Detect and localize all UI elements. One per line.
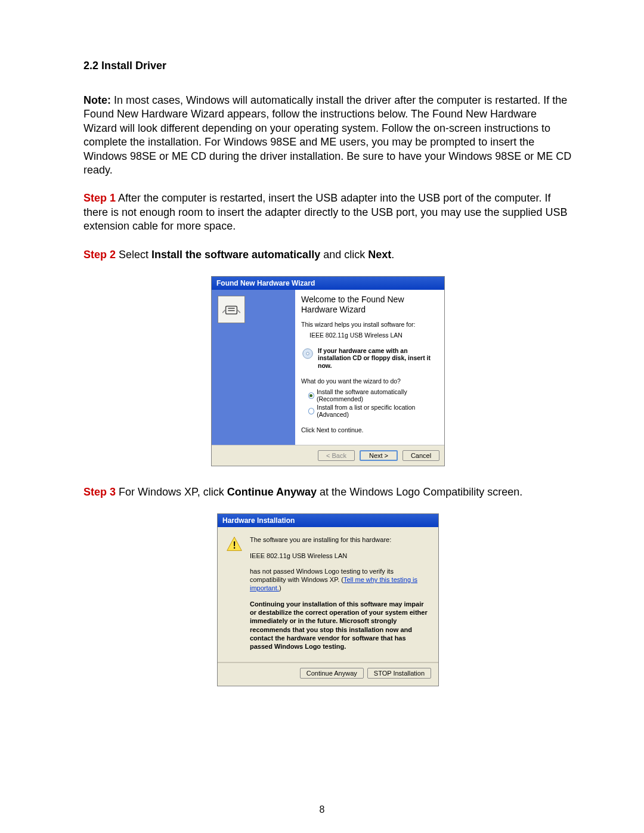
step2-pre: Select [116, 249, 151, 261]
wizard-welcome-heading: Welcome to the Found New Hardware Wizard [301, 295, 438, 315]
svg-rect-0 [226, 306, 237, 314]
radio-label: Install from a list or specific location… [317, 404, 438, 418]
dialog-titlebar: Found New Hardware Wizard [212, 277, 444, 290]
wizard-helps-line: This wizard helps you install software f… [301, 321, 438, 328]
step2-label: Step 2 [83, 249, 116, 261]
warning-icon: ! [226, 535, 243, 552]
hardware-installation-dialog: Hardware Installation ! The software you… [217, 513, 439, 686]
wizard-side-panel [212, 290, 295, 445]
continue-anyway-button[interactable]: Continue Anyway [300, 668, 364, 679]
note-paragraph: Note: In most cases, Windows will automa… [83, 94, 572, 177]
step3-label: Step 3 [83, 486, 116, 498]
warning-device: IEEE 802.11g USB Wireless LAN [250, 552, 430, 560]
radio-label: Install the software automatically (Reco… [317, 388, 438, 402]
svg-text:!: ! [233, 540, 236, 550]
page-number: 8 [0, 804, 644, 815]
radio-install-list[interactable]: Install from a list or specific location… [308, 404, 438, 418]
step1-text: After the computer is restarted, insert … [83, 192, 567, 232]
dialog-titlebar: Hardware Installation [218, 514, 438, 527]
warning-line2b: ) [279, 584, 281, 592]
radio-icon [308, 408, 314, 414]
step3-paragraph: Step 3 For Windows XP, click Continue An… [83, 485, 572, 499]
back-button: < Back [318, 450, 355, 461]
warning-line1: The software you are installing for this… [250, 535, 430, 544]
step3-pre: For Windows XP, click [116, 486, 227, 498]
section-heading: 2.2 Install Driver [83, 60, 572, 72]
note-text: In most cases, Windows will automaticall… [83, 94, 571, 176]
cancel-button[interactable]: Cancel [402, 450, 439, 461]
step3-bold: Continue Anyway [227, 486, 317, 498]
step2-bold2: Next [368, 249, 391, 261]
wizard-device-name: IEEE 802.11g USB Wireless LAN [309, 332, 438, 339]
radio-install-auto[interactable]: Install the software automatically (Reco… [308, 388, 438, 402]
next-button[interactable]: Next > [360, 450, 398, 461]
wizard-question: What do you want the wizard to do? [301, 377, 438, 385]
warning-logo-line: has not passed Windows Logo testing to v… [250, 567, 430, 593]
step1-label: Step 1 [83, 192, 116, 204]
found-new-hardware-wizard-dialog: Found New Hardware Wizard Welcome to the… [211, 276, 445, 466]
step1-paragraph: Step 1 After the computer is restarted, … [83, 191, 572, 233]
wizard-cd-instruction: If your hardware came with an installati… [318, 347, 438, 370]
cd-icon [301, 347, 314, 360]
warning-bold-block: Continuing your installation of this sof… [250, 600, 430, 651]
step2-post: . [391, 249, 394, 261]
step2-mid: and click [320, 249, 368, 261]
step3-post: at the Windows Logo Compatibility screen… [317, 486, 522, 498]
svg-point-4 [306, 352, 309, 355]
hardware-icon [218, 296, 245, 323]
wizard-continue-line: Click Next to continue. [301, 426, 438, 433]
note-label: Note: [83, 94, 111, 106]
step2-bold1: Install the software automatically [151, 249, 320, 261]
radio-icon [308, 392, 314, 399]
step2-paragraph: Step 2 Select Install the software autom… [83, 248, 572, 262]
stop-installation-button[interactable]: STOP Installation [367, 668, 431, 679]
